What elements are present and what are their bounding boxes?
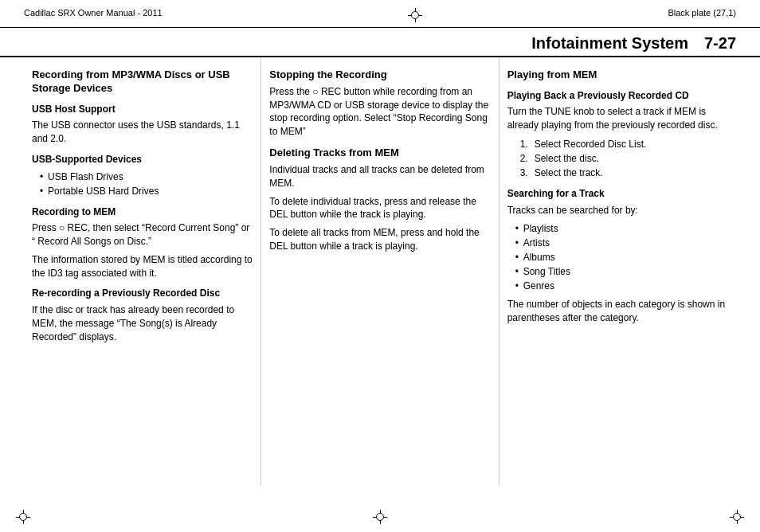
col1-usb-host-heading: USB Host Support	[32, 104, 253, 116]
header-left-text: Cadillac SRX Owner Manual - 2011	[24, 8, 163, 18]
list-item: Playlists	[515, 221, 728, 236]
col2-stopping-heading: Stopping the Recording	[269, 68, 490, 82]
col1-usb-devices-list: USB Flash Drives Portable USB Hard Drive…	[32, 170, 253, 198]
column-3: Playing from MEM Playing Back a Previous…	[499, 57, 736, 486]
crosshair-circle	[411, 11, 419, 19]
col1-usb-devices-heading: USB-Supported Devices	[32, 154, 253, 166]
crosshair-circle	[19, 513, 27, 521]
crosshair-circle	[733, 513, 741, 521]
list-item: 1.Select Recorded Disc List.	[515, 137, 728, 151]
page-header: Cadillac SRX Owner Manual - 2011 Black p…	[0, 0, 760, 28]
col3-searching-heading: Searching for a Track	[507, 188, 728, 201]
footer-crosshair-left-icon	[16, 510, 30, 524]
col1-re-recording-body: If the disc or track has already been re…	[32, 303, 253, 343]
main-content: Recording from MP3/WMA Discs or USB Stor…	[0, 57, 760, 486]
col1-recording-mem-heading: Recording to MEM	[32, 206, 253, 219]
col1-re-recording-heading: Re-recording a Previously Recorded Disc	[32, 288, 253, 300]
crosshair-circle	[376, 513, 384, 521]
list-item: USB Flash Drives	[40, 170, 253, 184]
col3-searching-list: Playlists Artists Albums Song Titles Gen…	[507, 221, 728, 293]
col2-deleting-heading: Deleting Tracks from MEM	[269, 147, 490, 160]
col3-playing-back-heading: Playing Back a Previously Recorded CD	[507, 90, 728, 103]
page: Cadillac SRX Owner Manual - 2011 Black p…	[0, 0, 760, 532]
col2-stopping-body: Press the ○ REC button while recording f…	[269, 85, 490, 139]
list-item: Portable USB Hard Drives	[40, 184, 253, 198]
left-footer-crosshair	[16, 510, 30, 524]
list-item: 3.Select the track.	[515, 166, 728, 180]
list-item: Genres	[515, 279, 728, 293]
col3-playing-mem-body: Turn the TUNE knob to select a track if …	[507, 105, 728, 132]
section-title-bar: Infotainment System 7-27	[0, 28, 760, 57]
list-item: 2.Select the disc.	[515, 151, 728, 166]
col1-recording-mem-body1: Press ○ REC, then select “Record Current…	[32, 221, 253, 248]
list-item: Song Titles	[515, 264, 728, 279]
col3-numbered-list: 1.Select Recorded Disc List. 2.Select th…	[507, 137, 728, 180]
footer-crosshair-right-icon	[730, 510, 744, 524]
col3-searching-body: Tracks can be searched for by:	[507, 204, 728, 217]
col1-heading: Recording from MP3/WMA Discs or USB Stor…	[32, 68, 253, 96]
header-center-crosshair	[408, 8, 422, 22]
page-footer	[0, 510, 760, 524]
col1-recording-mem-body2: The information stored by MEM is titled …	[32, 253, 253, 280]
crosshair-icon	[408, 8, 422, 22]
col2-deleting-body3: To delete all tracks from MEM, press and…	[269, 226, 490, 253]
list-item: Albums	[515, 250, 728, 264]
col3-playing-mem-heading: Playing from MEM	[507, 68, 728, 82]
col2-deleting-body1: Individual tracks and all tracks can be …	[269, 163, 490, 190]
section-title: Infotainment System	[531, 34, 688, 53]
list-item: Artists	[515, 236, 728, 250]
footer-crosshair-center-icon	[373, 510, 387, 524]
right-footer-crosshair	[730, 510, 744, 524]
column-1: Recording from MP3/WMA Discs or USB Stor…	[24, 57, 261, 486]
header-right-text: Black plate (27,1)	[668, 8, 736, 18]
section-page-number: 7-27	[704, 34, 736, 53]
col1-usb-host-body: The USB connector uses the USB standards…	[32, 119, 253, 146]
col3-searching-body2: The number of objects in each category i…	[507, 298, 728, 325]
column-2: Stopping the Recording Press the ○ REC b…	[261, 57, 499, 486]
col2-deleting-body2: To delete individual tracks, press and r…	[269, 195, 490, 222]
